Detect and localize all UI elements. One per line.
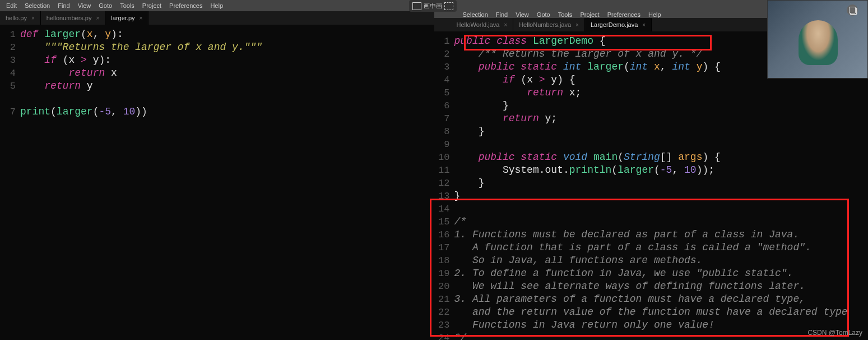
code-line[interactable] <box>454 138 869 151</box>
left-pane: hello.py×hellonumbers.py×larger.py× 1234… <box>0 11 434 340</box>
line-number: 9 <box>434 138 450 151</box>
code-line[interactable]: 3. All parameters of a function must hav… <box>454 293 869 306</box>
menu-item-project[interactable]: Project <box>138 2 165 9</box>
pip-expand-icon <box>444 2 453 10</box>
close-icon[interactable]: × <box>96 15 99 21</box>
code-line[interactable]: return x; <box>454 86 869 99</box>
menu-item-find[interactable]: Find <box>492 11 512 18</box>
menu-item-project[interactable]: Project <box>576 11 603 18</box>
line-number: 16 <box>434 228 450 241</box>
tab-label: hello.py <box>6 15 27 21</box>
line-number: 24 <box>434 332 450 340</box>
menu-item-tools[interactable]: Tools <box>116 2 138 9</box>
editor-left[interactable]: 12345 7 def larger(x, y): """Returns the… <box>0 25 434 340</box>
line-number: 17 <box>434 241 450 254</box>
code-line[interactable] <box>20 93 434 105</box>
gutter-left: 12345 7 <box>0 28 20 340</box>
menu-item-selection[interactable]: Selection <box>21 2 54 9</box>
code-line[interactable]: } <box>454 99 869 112</box>
menu-item-goto[interactable]: Goto <box>95 2 116 9</box>
code-line[interactable]: System.out.println(larger(-5, 10)); <box>454 164 869 177</box>
menu-item-preferences[interactable]: Preferences <box>165 2 206 9</box>
line-number: 20 <box>434 280 450 293</box>
code-line[interactable]: """Returns the larger of x and y.""" <box>20 41 434 54</box>
code-line[interactable]: return y; <box>454 112 869 125</box>
code-left[interactable]: def larger(x, y): """Returns the larger … <box>20 28 434 340</box>
code-line[interactable]: Functions in Java return only one value! <box>454 319 869 332</box>
line-number: 3 <box>0 54 16 67</box>
line-number: 10 <box>434 151 450 164</box>
line-number: 4 <box>0 67 16 80</box>
tab-hello-py[interactable]: hello.py× <box>0 11 41 25</box>
line-number <box>0 93 16 105</box>
pip-icon <box>412 2 421 10</box>
line-number: 1 <box>0 28 16 41</box>
tab-label: HelloWorld.java <box>457 21 500 28</box>
code-line[interactable]: and the return value of the function mus… <box>454 306 869 319</box>
code-line[interactable]: print(larger(-5, 10)) <box>20 105 434 118</box>
line-number: 22 <box>434 306 450 319</box>
menu-item-preferences[interactable]: Preferences <box>604 11 644 18</box>
menu-item-selection[interactable]: Selection <box>459 11 492 18</box>
code-line[interactable]: } <box>454 190 869 203</box>
close-icon[interactable]: × <box>504 22 507 28</box>
line-number: 2 <box>0 41 16 54</box>
code-line[interactable]: return x <box>20 67 434 80</box>
tab-hellonumbers-py[interactable]: hellonumbers.py× <box>41 11 106 25</box>
picture-in-picture-control[interactable]: 画中画 <box>409 0 457 12</box>
line-number: 18 <box>434 254 450 267</box>
code-line[interactable]: We will see alternate ways of defining f… <box>454 280 869 293</box>
line-number: 2 <box>434 48 450 61</box>
copy-icon[interactable] <box>847 4 858 16</box>
line-number: 11 <box>434 164 450 177</box>
code-line[interactable]: def larger(x, y): <box>20 28 434 41</box>
code-line[interactable]: 2. To define a function in Java, we use … <box>454 267 869 280</box>
menu-item-goto[interactable]: Goto <box>533 11 554 18</box>
line-number: 5 <box>434 86 450 99</box>
tab-label: HelloNumbers.java <box>519 21 571 28</box>
menu-item-find[interactable]: Find <box>54 2 73 9</box>
line-number: 8 <box>434 125 450 138</box>
tab-hellonumbers-java[interactable]: HelloNumbers.java× <box>513 18 585 31</box>
line-number: 7 <box>434 112 450 125</box>
code-line[interactable]: */ <box>454 332 869 340</box>
menu-item-tools[interactable]: Tools <box>554 11 577 18</box>
line-number: 13 <box>434 190 450 203</box>
line-number: 3 <box>434 61 450 73</box>
code-line[interactable]: So in Java, all functions are methods. <box>454 254 869 267</box>
code-line[interactable]: if (x > y): <box>20 54 434 67</box>
code-line[interactable]: /* <box>454 215 869 228</box>
tab-larger-py[interactable]: larger.py× <box>105 11 148 25</box>
menu-item-view[interactable]: View <box>74 2 95 9</box>
code-line[interactable] <box>454 203 869 215</box>
close-icon[interactable]: × <box>140 15 143 21</box>
code-right[interactable]: public class LargerDemo { /** Returns th… <box>454 35 869 340</box>
line-number: 7 <box>0 105 16 118</box>
close-icon[interactable]: × <box>642 22 646 28</box>
tab-label: larger.py <box>111 15 134 21</box>
close-icon[interactable]: × <box>575 22 579 28</box>
close-icon[interactable]: × <box>31 15 35 21</box>
code-line[interactable]: return y <box>20 80 434 93</box>
tab-largerdemo-java[interactable]: LargerDemo.java× <box>585 18 652 31</box>
line-number: 19 <box>434 267 450 280</box>
tab-label: LargerDemo.java <box>591 21 638 28</box>
menu-item-help[interactable]: Help <box>644 11 665 18</box>
menu-item-edit[interactable]: Edit <box>2 2 21 9</box>
line-number: 1 <box>434 35 450 48</box>
code-line[interactable]: 1. Functions must be declared as part of… <box>454 228 869 241</box>
line-number: 23 <box>434 319 450 332</box>
tab-helloworld-java[interactable]: HelloWorld.java× <box>451 18 514 31</box>
menu-item-view[interactable]: View <box>512 11 533 18</box>
code-line[interactable]: public static void main(String[] args) { <box>454 151 869 164</box>
line-number: 14 <box>434 203 450 215</box>
tabbar-left: hello.py×hellonumbers.py×larger.py× <box>0 11 434 25</box>
code-line[interactable]: } <box>454 177 869 190</box>
code-line[interactable]: } <box>454 125 869 138</box>
tab-label: hellonumbers.py <box>47 15 92 21</box>
line-number: 5 <box>0 80 16 93</box>
line-number: 6 <box>434 99 450 112</box>
code-line[interactable]: A function that is part of a class is ca… <box>454 241 869 254</box>
menu-item-help[interactable]: Help <box>206 2 227 9</box>
line-number: 12 <box>434 177 450 190</box>
